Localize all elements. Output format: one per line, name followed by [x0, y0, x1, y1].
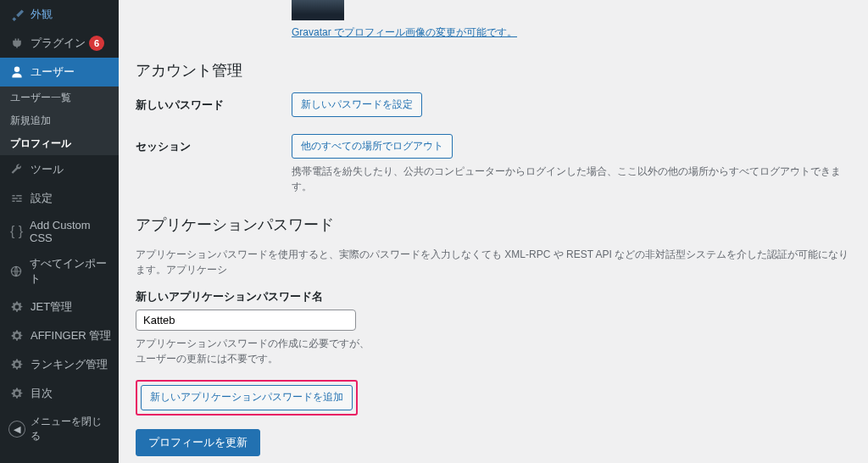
sidebar-label: 外観 — [31, 7, 53, 22]
sidebar-item-plugins[interactable]: プラグイン 6 — [0, 29, 119, 58]
session-description: 携帯電話を紛失したり、公共のコンピューターからログインした場合、ここ以外の他の場… — [292, 164, 851, 194]
sidebar-label: すべてインポート — [30, 256, 112, 287]
collapse-menu[interactable]: ◀ メニューを閉じる — [0, 408, 119, 450]
label-new-password: 新しいパスワード — [136, 92, 292, 113]
heading-account: アカウント管理 — [136, 60, 851, 81]
sidebar-item-affinger[interactable]: AFFINGER 管理 — [0, 321, 119, 350]
gear-icon — [8, 298, 25, 315]
brush-icon — [8, 6, 25, 23]
plug-icon — [8, 35, 25, 52]
sidebar-label: ランキング管理 — [31, 357, 108, 372]
add-app-password-button[interactable]: 新しいアプリケーションパスワードを追加 — [141, 385, 353, 410]
user-icon — [8, 64, 25, 81]
sidebar-label: ツール — [31, 162, 64, 177]
sliders-icon — [8, 190, 25, 207]
submenu-add-new[interactable]: 新規追加 — [0, 109, 119, 132]
main-content: Gravatar でプロフィール画像の変更が可能です。 アカウント管理 新しいパ… — [119, 0, 868, 463]
row-new-password: 新しいパスワード 新しいパスワードを設定 — [136, 92, 851, 117]
sidebar-item-settings[interactable]: 設定 — [0, 184, 119, 213]
braces-icon: { } — [8, 223, 25, 240]
sidebar-label: AFFINGER 管理 — [31, 328, 111, 343]
app-password-intro: アプリケーションパスワードを使用すると、実際のパスワードを入力しなくても XML… — [136, 247, 851, 277]
heading-app-password: アプリケーションパスワード — [136, 215, 851, 235]
app-password-name-input[interactable] — [136, 310, 356, 331]
label-session: セッション — [136, 134, 292, 154]
collapse-label: メニューを閉じる — [31, 415, 110, 443]
gear-icon — [8, 385, 25, 402]
submenu-profile[interactable]: プロフィール — [0, 132, 119, 155]
gear-icon — [8, 327, 25, 344]
row-session: セッション 他のすべての場所でログアウト 携帯電話を紛失したり、公共のコンピュー… — [136, 134, 851, 194]
highlight-add-app-password: 新しいアプリケーションパスワードを追加 — [136, 380, 358, 415]
sidebar-item-import-all[interactable]: すべてインポート — [0, 250, 119, 293]
submenu-users-list[interactable]: ユーザー一覧 — [0, 86, 119, 109]
globe-icon — [8, 263, 25, 280]
sidebar-item-custom-css[interactable]: { } Add Custom CSS — [0, 213, 119, 250]
update-profile-button[interactable]: プロフィールを更新 — [136, 429, 260, 456]
gravatar-link[interactable]: Gravatar でプロフィール画像の変更が可能です。 — [292, 25, 517, 40]
sidebar-item-ranking[interactable]: ランキング管理 — [0, 350, 119, 379]
avatar-block: Gravatar でプロフィール画像の変更が可能です。 — [292, 0, 851, 40]
sidebar-label: JET管理 — [31, 299, 72, 315]
sidebar-item-users[interactable]: ユーザー — [0, 58, 119, 86]
app-password-help: アプリケーションパスワードの作成に必要ですが、 ユーザーの更新には不要です。 — [136, 336, 851, 366]
sidebar-item-appearance[interactable]: 外観 — [0, 0, 119, 29]
sidebar-submenu: ユーザー一覧 新規追加 プロフィール — [0, 86, 119, 155]
set-new-password-button[interactable]: 新しいパスワードを設定 — [292, 92, 422, 117]
sidebar-label: 目次 — [31, 386, 53, 401]
chevron-left-icon: ◀ — [8, 421, 25, 438]
sidebar-label: Add Custom CSS — [30, 219, 112, 244]
sidebar-item-toc[interactable]: 目次 — [0, 379, 119, 408]
sidebar-label: 設定 — [31, 191, 53, 206]
update-badge: 6 — [89, 36, 104, 51]
gear-icon — [8, 356, 25, 373]
admin-sidebar: 外観 プラグイン 6 ユーザー ユーザー一覧 新規追加 プロフィール ツール — [0, 0, 119, 463]
sidebar-label: ユーザー — [31, 64, 75, 80]
logout-everywhere-button[interactable]: 他のすべての場所でログアウト — [292, 134, 453, 159]
sidebar-item-jet[interactable]: JET管理 — [0, 293, 119, 321]
sidebar-item-tools[interactable]: ツール — [0, 155, 119, 184]
sidebar-label: プラグイン — [31, 36, 86, 51]
wrench-icon — [8, 161, 25, 178]
label-app-password-name: 新しいアプリケーションパスワード名 — [136, 289, 851, 304]
avatar-image — [292, 0, 344, 20]
